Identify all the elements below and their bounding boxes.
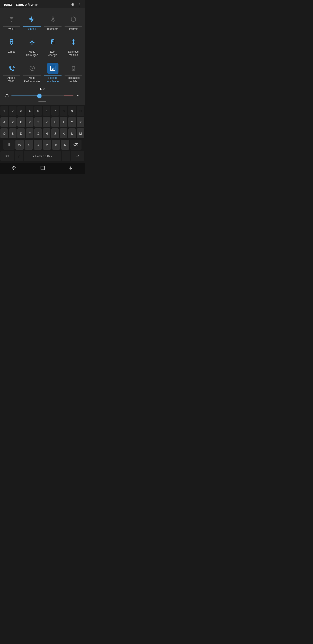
azerty-row: A Z E R T Y U I O P xyxy=(0,117,84,127)
drag-handle[interactable] xyxy=(2,100,83,103)
flashlight-label: Lampe xyxy=(7,50,15,54)
key-k[interactable]: K xyxy=(60,128,67,138)
data-label: Donnéesmobiles xyxy=(68,50,78,57)
keyboard: 1 2 3 4 5 6 7 8 9 0 A Z E R T Y U I O P … xyxy=(0,105,85,163)
key-u[interactable]: U xyxy=(51,117,59,127)
key-y[interactable]: Y xyxy=(43,117,50,127)
key-i[interactable]: I xyxy=(60,117,67,127)
quick-settings-panel: Wi-Fi Vibreur xyxy=(0,8,85,105)
qs-data[interactable]: Donnéesmobiles xyxy=(64,34,83,59)
key-f[interactable]: F xyxy=(26,128,33,138)
qs-bluetooth[interactable]: Bluetooth xyxy=(43,11,62,32)
key-b[interactable]: B xyxy=(52,140,60,150)
qs-airplane[interactable]: ModeHors-ligne xyxy=(22,34,42,59)
key-0[interactable]: 0 xyxy=(77,106,84,116)
qs-wifi-call[interactable]: AppelsWi-Fi xyxy=(2,60,21,85)
wxcvbn-row: ⇧ W X C V B N ⌫ xyxy=(0,140,84,150)
blue-filter-divider xyxy=(44,75,61,76)
bluetooth-divider xyxy=(44,26,61,26)
key-3[interactable]: 3 xyxy=(17,106,25,116)
qs-wifi[interactable]: Wi-Fi xyxy=(2,11,21,32)
key-m[interactable]: M xyxy=(77,128,84,138)
blue-filter-label: Filtre delum. bleue xyxy=(47,76,59,83)
key-7[interactable]: 7 xyxy=(51,106,59,116)
qs-portrait[interactable]: Portrait xyxy=(64,11,83,32)
data-icon-wrap xyxy=(68,36,79,48)
bluetooth-icon-wrap xyxy=(47,14,58,25)
key-9[interactable]: 9 xyxy=(68,106,76,116)
drag-handle-bar xyxy=(38,101,46,102)
key-1[interactable]: 1 xyxy=(0,106,8,116)
key-j[interactable]: J xyxy=(51,128,59,138)
key-w[interactable]: W xyxy=(15,140,24,150)
date: Sam. 9 février xyxy=(16,3,37,6)
qs-blue-filter[interactable]: B Filtre delum. bleue xyxy=(43,60,62,85)
key-s[interactable]: S xyxy=(9,128,16,138)
performance-divider xyxy=(23,75,41,76)
svg-marker-1 xyxy=(30,16,33,22)
key-z[interactable]: Z xyxy=(9,117,16,127)
portrait-label: Portrait xyxy=(69,28,78,31)
slash-key[interactable]: / xyxy=(15,151,23,161)
key-4[interactable]: 4 xyxy=(26,106,33,116)
performance-icon-wrap xyxy=(26,63,38,74)
svg-rect-26 xyxy=(41,166,44,170)
key-x[interactable]: X xyxy=(24,140,33,150)
vibrate-icon-wrap xyxy=(26,14,38,25)
qs-vibrate[interactable]: Vibreur xyxy=(22,11,42,32)
blue-filter-icon-wrap: B xyxy=(47,63,58,74)
key-5[interactable]: 5 xyxy=(34,106,42,116)
more-icon[interactable]: ⋮ xyxy=(77,2,81,7)
key-a[interactable]: A xyxy=(0,117,8,127)
qs-flashlight[interactable]: Lampe xyxy=(2,34,21,59)
enter-key[interactable]: ↵ xyxy=(71,151,84,161)
key-n[interactable]: N xyxy=(61,140,69,150)
key-v[interactable]: V xyxy=(43,140,51,150)
wifi-label: Wi-Fi xyxy=(8,28,14,31)
eco-divider xyxy=(44,49,61,50)
key-q[interactable]: Q xyxy=(0,128,8,138)
vibrate-label: Vibreur xyxy=(28,28,36,31)
flashlight-divider xyxy=(2,49,20,50)
slider-track xyxy=(11,96,73,96)
eco-label: Éco.énergie xyxy=(48,50,57,57)
settings-icon[interactable]: ⚙ xyxy=(71,2,74,7)
brightness-expand-icon[interactable] xyxy=(76,93,80,98)
back-icon[interactable] xyxy=(12,165,17,172)
slider-thumb[interactable] xyxy=(37,94,41,98)
backspace-key[interactable]: ⌫ xyxy=(70,140,81,150)
spacebar[interactable]: ◄ Français (FR) ► xyxy=(24,151,61,161)
key-t[interactable]: T xyxy=(34,117,42,127)
svg-line-21 xyxy=(8,96,8,97)
key-8[interactable]: 8 xyxy=(60,106,67,116)
qs-hotspot[interactable]: Point accèsmobile xyxy=(64,60,83,85)
key-d[interactable]: D xyxy=(17,128,25,138)
brightness-slider[interactable] xyxy=(11,94,73,98)
airplane-divider xyxy=(23,49,41,50)
key-p[interactable]: P xyxy=(77,117,84,127)
key-o[interactable]: O xyxy=(68,117,76,127)
number-row: 1 2 3 4 5 6 7 8 9 0 xyxy=(0,106,84,116)
qsdfg-row: Q S D F G H J K L M xyxy=(0,128,84,138)
slider-fill-blue xyxy=(11,96,39,96)
key-l[interactable]: L xyxy=(68,128,76,138)
symbols-key[interactable]: !#1 xyxy=(0,151,14,161)
wifi-icon-wrap xyxy=(6,14,17,25)
period-key[interactable]: . xyxy=(62,151,70,161)
key-h[interactable]: H xyxy=(43,128,50,138)
recent-icon[interactable] xyxy=(68,166,73,172)
qs-eco[interactable]: Éco.énergie xyxy=(43,34,62,59)
key-2[interactable]: 2 xyxy=(9,106,16,116)
key-e[interactable]: E xyxy=(17,117,25,127)
page-indicators xyxy=(2,86,83,91)
home-icon[interactable] xyxy=(40,166,45,172)
key-r[interactable]: R xyxy=(26,117,33,127)
qs-performance[interactable]: ModePerformances xyxy=(22,60,42,85)
qs-row-3: AppelsWi-Fi ModePerformances B xyxy=(2,60,83,85)
key-6[interactable]: 6 xyxy=(43,106,50,116)
key-c[interactable]: C xyxy=(34,140,42,150)
shift-key[interactable]: ⇧ xyxy=(3,140,14,150)
airplane-label: ModeHors-ligne xyxy=(26,50,38,57)
svg-point-0 xyxy=(11,21,11,21)
key-g[interactable]: G xyxy=(34,128,42,138)
